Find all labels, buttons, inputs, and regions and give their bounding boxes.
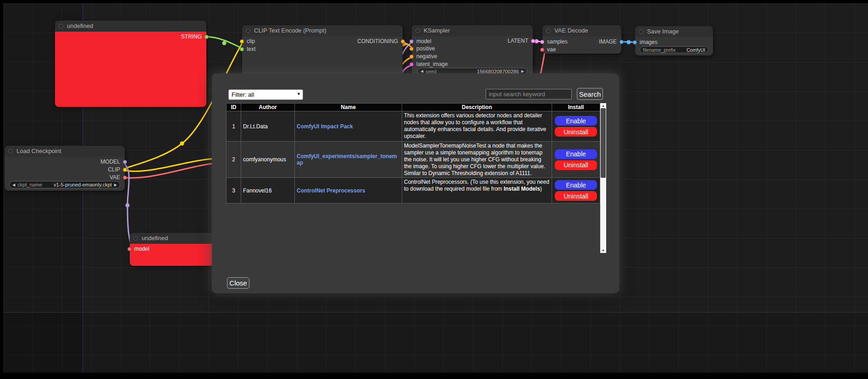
extension-link[interactable]: ControlNet Preprocessors (297, 187, 365, 194)
node-title-bar[interactable]: Save Image (635, 26, 713, 37)
collapse-dot-icon[interactable] (415, 28, 420, 33)
scroll-down-icon[interactable]: ▼ (600, 248, 606, 253)
slot-label: STRING (181, 33, 202, 40)
negative-input-dot[interactable] (409, 55, 414, 59)
slot-label: LATENT (508, 38, 528, 44)
model-input-dot[interactable] (409, 39, 414, 44)
clip-output-dot[interactable] (123, 168, 127, 172)
collapse-dot-icon[interactable] (8, 149, 13, 154)
decrement-arrow-icon[interactable]: ◀ (12, 183, 15, 187)
extension-row: 2 comfyanonymous ComfyUI_experiments/sam… (227, 142, 600, 178)
extension-link[interactable]: ComfyUI Impact Pack (297, 123, 353, 130)
column-header-id: ID (227, 104, 241, 111)
slot-label: model (416, 38, 431, 44)
collapse-dot-icon[interactable] (133, 236, 138, 241)
collapse-dot-icon[interactable] (639, 29, 643, 34)
increment-arrow-icon[interactable]: ▶ (114, 183, 117, 187)
link-dot (180, 142, 184, 146)
model-input-dot[interactable] (127, 247, 132, 251)
latent-image-input-dot[interactable] (409, 62, 414, 66)
slot-label: text (247, 46, 255, 52)
input-slot-images[interactable]: images (635, 39, 658, 46)
input-slot-negative[interactable]: negative (412, 53, 437, 60)
node-title-bar[interactable]: undefined (130, 233, 214, 244)
image-output-dot[interactable] (619, 40, 624, 44)
positive-input-dot[interactable] (409, 47, 414, 51)
conditioning-output-dot[interactable] (401, 39, 405, 44)
slot-label: samples (547, 38, 568, 45)
node-title-bar[interactable]: undefined (55, 21, 206, 32)
collapse-dot-icon[interactable] (246, 28, 250, 33)
search-button[interactable]: Search (577, 88, 603, 100)
node-title-bar[interactable]: VAE Decode (542, 25, 621, 36)
node-title-bar[interactable]: Load Checkpoint (5, 146, 125, 157)
input-slot-clip[interactable]: clip (242, 38, 255, 45)
text-input-dot[interactable] (240, 47, 244, 51)
ckpt-name-widget[interactable]: ◀ ckpt_name v1-5-pruned-emaonly.ckpt ▶ (9, 181, 120, 188)
collapse-dot-icon[interactable] (546, 28, 551, 33)
output-slot-clip[interactable]: CLIP (108, 166, 125, 173)
link-dot (126, 203, 130, 208)
enable-button[interactable]: Enable (555, 149, 597, 159)
extension-author: comfyanonymous (241, 142, 295, 178)
extension-row: 3 Fannovel16 ControlNet Preprocessors Co… (227, 178, 600, 203)
input-slot-latent-image[interactable]: latent_image (412, 61, 448, 68)
output-slot-latent[interactable]: LATENT (508, 38, 533, 44)
collapse-dot-icon[interactable] (59, 24, 63, 28)
uninstall-button[interactable]: Uninstall (555, 160, 597, 170)
node-title-bar[interactable]: KSampler (412, 25, 533, 36)
node-title-bar[interactable]: CLIP Text Encode (Prompt) (242, 25, 403, 36)
model-output-dot[interactable] (123, 160, 127, 164)
slot-label: CLIP (108, 166, 120, 173)
string-output-dot[interactable] (205, 35, 209, 39)
node-save-image[interactable]: Save Image images filename_prefix ComfyU… (635, 26, 713, 55)
output-slot-conditioning[interactable]: CONDITIONING (357, 38, 403, 45)
close-button[interactable]: Close (227, 277, 249, 289)
search-input[interactable] (486, 89, 572, 99)
extension-link[interactable]: ComfyUI_experiments/sampler_tonemap (297, 153, 397, 166)
input-slot-model[interactable]: model (130, 246, 149, 253)
scrollbar-thumb[interactable] (601, 108, 606, 178)
extension-id: 2 (227, 142, 241, 178)
uninstall-button[interactable]: Uninstall (555, 191, 597, 201)
enable-button[interactable]: Enable (555, 180, 597, 190)
column-header-description: Description (402, 104, 552, 111)
node-undefined-top[interactable]: undefined STRING (55, 21, 206, 107)
node-vae-decode[interactable]: VAE Decode samples vae IMAGE (542, 25, 621, 54)
images-input-dot[interactable] (633, 40, 637, 44)
install-models-bold: Install Models (503, 186, 540, 192)
enable-button[interactable]: Enable (555, 116, 597, 126)
output-slot-string[interactable]: STRING (181, 33, 206, 40)
link-dot (627, 40, 631, 44)
filename-prefix-widget[interactable]: filename_prefix ComfyUI (640, 46, 708, 53)
input-slot-text[interactable]: text (242, 46, 255, 53)
filter-select[interactable]: Filter: all (228, 89, 303, 100)
vae-output-dot[interactable] (123, 176, 127, 180)
input-slot-positive[interactable]: positive (412, 45, 435, 52)
node-load-checkpoint[interactable]: Load Checkpoint MODEL CLIP VAE ◀ ckpt_na… (5, 146, 125, 191)
column-header-author: Author (241, 104, 295, 111)
extension-row: 1 Dr.Lt.Data ComfyUI Impact Pack This ex… (227, 111, 600, 142)
vae-input-dot[interactable] (540, 48, 544, 52)
clip-input-dot[interactable] (240, 39, 244, 44)
output-slot-model[interactable]: MODEL (100, 159, 125, 165)
input-slot-samples[interactable]: samples (542, 38, 568, 45)
input-slot-vae[interactable]: vae (542, 46, 556, 53)
increment-arrow-icon[interactable]: ▶ (521, 69, 524, 73)
extension-manager-dialog: Filter: all ▼ Search ID Author Name Desc… (212, 73, 619, 293)
slot-label: MODEL (100, 159, 120, 165)
extension-author: Fannovel16 (241, 178, 295, 203)
decrement-arrow-icon[interactable]: ◀ (420, 69, 423, 73)
input-slot-model[interactable]: model (412, 38, 431, 45)
uninstall-button[interactable]: Uninstall (555, 127, 597, 137)
scroll-up-icon[interactable]: ▲ (600, 103, 606, 108)
table-header-row: ID Author Name Description Install (227, 104, 600, 111)
samples-input-dot[interactable] (540, 40, 544, 44)
table-scrollbar[interactable]: ▲ ▼ (600, 103, 606, 253)
node-title: undefined (142, 235, 168, 242)
latent-output-dot[interactable] (531, 39, 535, 43)
output-slot-image[interactable]: IMAGE (599, 38, 621, 45)
output-slot-vae[interactable]: VAE (110, 174, 125, 181)
widget-label: ckpt_name (17, 182, 42, 187)
node-undefined-bottom[interactable]: undefined model (130, 233, 214, 266)
